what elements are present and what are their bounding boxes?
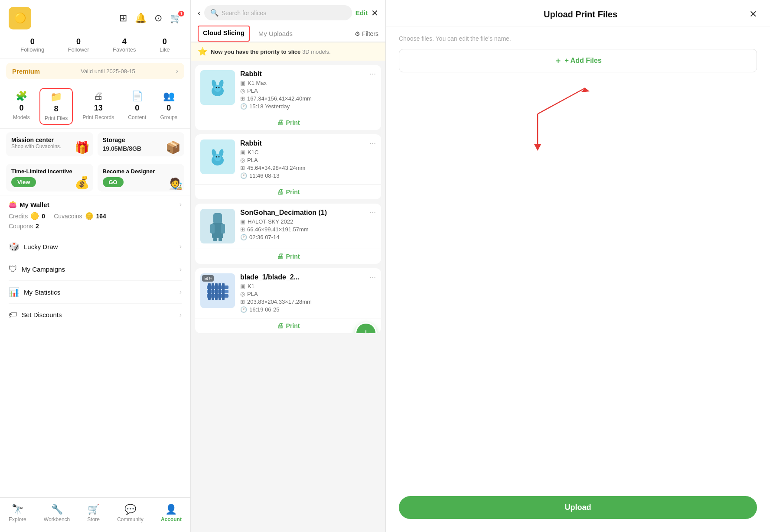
discounts-label: Set Discounts	[22, 311, 62, 318]
printer-icon-2: ▣	[240, 218, 245, 225]
middle-panel: ‹ 🔍 Search for slices Edit ✕ Cloud Slici…	[191, 0, 386, 532]
material-icon-1: ◎	[240, 157, 245, 163]
campaigns-label: My Campaigns	[22, 266, 65, 273]
cuvacoins-value: 164	[96, 213, 106, 220]
print-card-3: ⊞9 blade_1/blade_2...	[195, 268, 381, 333]
filters-button[interactable]: ⚙ Filters	[355, 30, 378, 37]
choose-hint: Choose files. You can edit the file's na…	[399, 35, 757, 42]
grid-print-files[interactable]: 📁 8 Print Files	[39, 88, 73, 125]
print-files-icon: 📁	[50, 91, 62, 103]
more-button-1[interactable]: ···	[369, 139, 376, 148]
stat-favorites[interactable]: 4 Favorites	[113, 37, 136, 53]
nav-store[interactable]: 🛒 Store	[87, 504, 100, 522]
stat-follower[interactable]: 0 Follower	[68, 37, 89, 53]
printer-icon-3: ▣	[240, 283, 245, 289]
print-btn-icon-3: 🖨	[277, 322, 284, 330]
nav-workbench-label: Workbench	[44, 516, 70, 522]
credits-value: 0	[42, 213, 45, 220]
print-name-2: SonGohan_Decimation (1)	[240, 209, 376, 217]
wallet-chevron-icon[interactable]: ›	[179, 201, 182, 208]
right-footer: Upload	[386, 489, 770, 532]
menu-lucky-draw[interactable]: 🎲 Lucky Draw ›	[9, 235, 182, 258]
grid-print-records[interactable]: 🖨 13 Print Records	[78, 88, 118, 125]
nav-community[interactable]: 💬 Community	[117, 504, 144, 522]
right-panel: Upload Print Files ✕ Choose files. You c…	[386, 0, 770, 532]
right-body: Choose files. You can edit the file's na…	[386, 26, 770, 489]
premium-bar[interactable]: Premium Valid until 2025-08-15 ›	[6, 63, 184, 79]
account-icon: 👤	[165, 504, 177, 515]
menu-statistics[interactable]: 📊 My Statistics ›	[9, 281, 182, 304]
credits-label: Credits	[9, 213, 28, 220]
print-button-0[interactable]: 🖨 Print	[277, 119, 300, 127]
print-action-0: 🖨 Print	[195, 115, 381, 130]
tab-cloud-slicing[interactable]: Cloud Slicing	[198, 26, 250, 42]
print-btn-icon-1: 🖨	[277, 188, 284, 196]
mission-emoji: 🎁	[75, 140, 90, 155]
stat-follower-num: 0	[76, 37, 81, 46]
designer-title: Become a Designer	[103, 168, 179, 175]
material-icon-3: ◎	[240, 291, 245, 297]
more-button-0[interactable]: ···	[369, 69, 376, 78]
right-close-button[interactable]: ✕	[749, 9, 757, 20]
stat-following-num: 0	[30, 37, 35, 46]
grid-groups[interactable]: 👥 0 Groups	[156, 88, 182, 125]
priority-banner: ⭐ Now you have the priority to slice 3D …	[191, 42, 385, 61]
grid-models[interactable]: 🧩 0 Models	[9, 88, 34, 125]
lucky-draw-label: Lucky Draw	[24, 243, 58, 250]
priority-text: Now you have the priority to slice 3D mo…	[211, 49, 331, 55]
print-thumb-0	[200, 70, 235, 105]
close-button[interactable]: ✕	[371, 8, 378, 18]
edit-button[interactable]: Edit	[356, 9, 368, 16]
print-button-2[interactable]: 🖨 Print	[277, 253, 300, 260]
stat-like[interactable]: 0 Like	[160, 37, 170, 53]
menu-discounts[interactable]: 🏷 Set Discounts ›	[9, 304, 182, 326]
nav-explore[interactable]: 🔭 Explore	[9, 504, 26, 522]
stat-favorites-label: Favorites	[113, 46, 136, 53]
bell-icon[interactable]: 🔔	[135, 13, 147, 24]
view-button[interactable]: View	[11, 177, 36, 187]
lucky-draw-icon: 🎲	[9, 241, 20, 252]
nav-account[interactable]: 👤 Account	[161, 504, 182, 522]
search-bar[interactable]: 🔍 Search for slices	[204, 5, 352, 20]
more-button-2[interactable]: ···	[369, 208, 376, 217]
print-name-3: blade_1/blade_2...	[240, 273, 376, 281]
cart-icon[interactable]: 🛒1	[170, 13, 182, 24]
svg-marker-27	[581, 88, 590, 92]
back-button[interactable]: ‹	[198, 8, 201, 18]
mission-center-card[interactable]: Mission center Shop with Cuvacoins. 🎁	[6, 132, 93, 156]
add-files-button[interactable]: ＋ + Add Files	[399, 49, 757, 72]
content-label: Content	[128, 114, 146, 120]
nav-workbench[interactable]: 🔧 Workbench	[44, 504, 70, 522]
settings-icon[interactable]: ⊙	[154, 13, 162, 24]
print-button-3[interactable]: 🖨 Print	[277, 322, 300, 330]
printer-icon-0: ▣	[240, 80, 245, 86]
explore-icon: 🔭	[12, 504, 23, 515]
search-placeholder: Search for slices	[222, 10, 266, 16]
svg-rect-24	[219, 283, 221, 300]
workbench-icon: 🔧	[51, 504, 63, 515]
menu-list: 🎲 Lucky Draw › 🛡 My Campaigns › 📊 My Sta…	[0, 235, 190, 326]
size-icon-2: ⊞	[240, 226, 245, 233]
print-button-1[interactable]: 🖨 Print	[277, 188, 300, 196]
svg-rect-12	[213, 213, 222, 224]
grid-content[interactable]: 📄 0 Content	[124, 88, 150, 125]
models-label: Models	[13, 114, 30, 120]
menu-campaigns[interactable]: 🛡 My Campaigns ›	[9, 258, 182, 281]
go-button[interactable]: GO	[103, 177, 124, 187]
tab-my-uploads[interactable]: My Uploads	[258, 26, 293, 42]
print-records-num: 13	[94, 104, 103, 113]
print-btn-icon-0: 🖨	[277, 119, 284, 127]
incentive-designer-row: Time-Limited Incentive View 💰 Become a D…	[0, 160, 190, 195]
campaigns-icon: 🛡	[9, 264, 17, 274]
print-thumb-2	[200, 209, 235, 243]
premium-valid: Valid until 2025-08-15	[81, 68, 135, 75]
size-icon-0: ⊞	[240, 95, 245, 102]
scan-icon[interactable]: ⊞	[119, 13, 127, 24]
print-records-icon: 🖨	[94, 91, 103, 102]
upload-button[interactable]: Upload	[399, 496, 757, 519]
more-button-3[interactable]: ···	[369, 272, 376, 282]
coupons-value: 2	[36, 223, 39, 230]
arrow-area	[399, 79, 757, 480]
storage-card[interactable]: Storage 19.05MB/8GB 📦	[98, 132, 185, 156]
stat-following[interactable]: 0 Following	[20, 37, 44, 53]
